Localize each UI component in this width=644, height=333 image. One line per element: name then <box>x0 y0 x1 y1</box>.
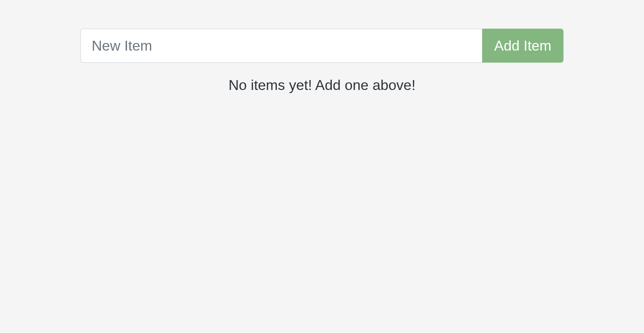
add-item-form: Add Item <box>80 29 564 63</box>
new-item-input[interactable] <box>80 29 482 63</box>
empty-state-message: No items yet! Add one above! <box>80 77 564 94</box>
todo-app: Add Item No items yet! Add one above! <box>80 0 564 94</box>
add-item-button[interactable]: Add Item <box>482 29 564 63</box>
